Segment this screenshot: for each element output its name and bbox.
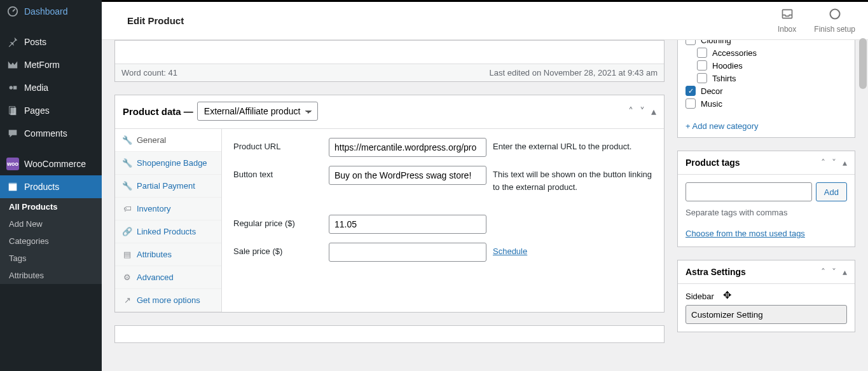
astra-sidebar-select[interactable]: Customizer Setting (685, 305, 847, 324)
tab-partial-payment[interactable]: 🔧 Partial Payment (115, 175, 221, 198)
editor-area[interactable] (115, 41, 664, 64)
sidebar-label: Dashboard (24, 6, 68, 17)
media-icon (6, 81, 19, 94)
category-item[interactable]: Clothing (685, 40, 847, 45)
category-item[interactable]: Hoodies (697, 60, 847, 71)
astra-sidebar-label: Sidebar (685, 292, 847, 301)
categories-metabox: ClothingAccessoriesHoodiesTshirts✓DecorM… (677, 40, 855, 138)
category-label: Clothing (701, 40, 731, 45)
tab-linked-products[interactable]: 🔗 Linked Products (115, 220, 221, 243)
button-text-input[interactable] (329, 166, 486, 185)
wrench-icon: 🔧 (123, 136, 132, 145)
comments-icon (6, 127, 19, 140)
category-item[interactable]: Tshirts (697, 73, 847, 83)
woocommerce-icon: woo (6, 158, 19, 170)
product-tags-metabox: Product tags ˄ ˅ ▴ Add Separate tags wit… (677, 151, 855, 247)
sidebar-item-woocommerce[interactable]: woo WooCommerce (0, 152, 102, 175)
sale-price-input[interactable] (329, 243, 486, 262)
product-data-panel: Product URL Enter the external URL to th… (222, 129, 664, 312)
chevron-down-icon[interactable]: ˅ (640, 105, 645, 118)
product-url-input[interactable] (329, 138, 486, 157)
sidebar-item-media[interactable]: Media (0, 76, 102, 99)
chevron-up-icon[interactable]: ˄ (821, 158, 825, 168)
schedule-link[interactable]: Schedule (493, 243, 527, 256)
page-title: Edit Product (127, 15, 184, 26)
choose-tags-link[interactable]: Choose from the most used tags (685, 229, 805, 238)
sidebar-label: MetForm (24, 60, 60, 70)
regular-price-input[interactable] (329, 215, 486, 234)
regular-price-label: Regular price ($) (233, 215, 322, 228)
category-checkbox[interactable] (697, 73, 707, 83)
category-checkbox[interactable] (697, 60, 707, 71)
submenu-attributes[interactable]: Attributes (0, 267, 102, 284)
tab-shopengine-badge[interactable]: 🔧 Shopengine Badge (115, 152, 221, 175)
last-edited: Last edited on November 28, 2021 at 9:43… (489, 68, 658, 78)
chevron-down-icon[interactable]: ˅ (832, 267, 836, 277)
category-checkbox[interactable] (685, 40, 696, 45)
category-item[interactable]: Music (685, 98, 847, 109)
chevron-down-icon[interactable]: ˅ (832, 158, 836, 168)
triangle-up-icon[interactable]: ▴ (843, 158, 847, 168)
button-text-help: This text will be shown on the button li… (493, 166, 652, 193)
category-list: ClothingAccessoriesHoodiesTshirts✓DecorM… (678, 40, 855, 115)
add-tag-button[interactable]: Add (816, 182, 847, 201)
category-label: Accessories (712, 48, 757, 58)
sidebar-item-dashboard[interactable]: Dashboard (0, 0, 102, 23)
tag-icon: 🏷 (123, 205, 132, 213)
inbox-button[interactable]: Inbox (778, 8, 796, 34)
tag-input[interactable] (685, 182, 812, 201)
product-url-help: Enter the external URL to the product. (493, 138, 652, 153)
link-icon: 🔗 (123, 227, 132, 236)
sidebar-label: Pages (24, 105, 50, 116)
sidebar-item-pages[interactable]: Pages (0, 99, 102, 122)
metform-icon (6, 58, 19, 71)
sidebar-item-products[interactable]: Products (0, 175, 102, 198)
external-icon: ↗ (123, 296, 132, 305)
add-category-link[interactable]: + Add new category (678, 115, 855, 137)
product-data-title: Product data — (123, 106, 193, 117)
svg-rect-5 (9, 183, 17, 185)
finish-setup-button[interactable]: Finish setup (814, 8, 855, 34)
astra-title: Astra Settings (685, 267, 746, 277)
category-item[interactable]: ✓Decor (685, 86, 847, 96)
category-item[interactable]: Accessories (697, 48, 847, 58)
category-checkbox[interactable]: ✓ (685, 86, 696, 96)
svg-point-1 (10, 86, 13, 89)
sale-price-label: Sale price ($) (233, 243, 322, 256)
category-label: Hoodies (712, 61, 743, 71)
sidebar-item-posts[interactable]: Posts (0, 30, 102, 53)
category-label: Music (701, 99, 722, 109)
scrollbar-thumb[interactable] (859, 38, 867, 89)
circle-icon (829, 8, 841, 24)
chevron-up-icon[interactable]: ˄ (628, 105, 633, 118)
products-submenu: All Products Add New Categories Tags Att… (0, 198, 102, 284)
sidebar-label: Comments (24, 128, 67, 138)
tab-advanced[interactable]: ⚙ Advanced (115, 266, 221, 289)
category-checkbox[interactable] (697, 48, 707, 58)
submenu-all-products[interactable]: All Products (0, 198, 102, 215)
gear-icon: ⚙ (123, 273, 132, 282)
category-label: Decor (701, 86, 723, 96)
admin-sidebar: Dashboard Posts MetForm Media Pages Comm… (0, 0, 102, 371)
submenu-categories[interactable]: Categories (0, 233, 102, 250)
sidebar-label: Products (24, 182, 59, 192)
sidebar-item-comments[interactable]: Comments (0, 122, 102, 145)
tab-attributes[interactable]: ▤ Attributes (115, 243, 221, 266)
product-data-tabs: 🔧 General 🔧 Shopengine Badge 🔧 Partial P… (115, 129, 222, 312)
triangle-up-icon[interactable]: ▴ (843, 267, 847, 277)
editor-metabox: Word count: 41 Last edited on November 2… (114, 40, 665, 82)
chevron-up-icon[interactable]: ˄ (821, 267, 825, 277)
product-type-select[interactable]: External/Affiliate product (197, 102, 318, 121)
svg-point-7 (830, 10, 839, 19)
submenu-tags[interactable]: Tags (0, 250, 102, 267)
tab-general[interactable]: 🔧 General (115, 129, 221, 152)
submenu-add-new[interactable]: Add New (0, 215, 102, 233)
sidebar-item-metform[interactable]: MetForm (0, 53, 102, 76)
tab-inventory[interactable]: 🏷 Inventory (115, 198, 221, 220)
pin-icon (6, 36, 19, 48)
triangle-up-icon[interactable]: ▴ (651, 105, 656, 118)
products-icon (6, 180, 19, 193)
category-checkbox[interactable] (685, 98, 696, 109)
tags-hint: Separate tags with commas (685, 208, 847, 217)
tab-get-more-options[interactable]: ↗ Get more options (115, 289, 221, 312)
